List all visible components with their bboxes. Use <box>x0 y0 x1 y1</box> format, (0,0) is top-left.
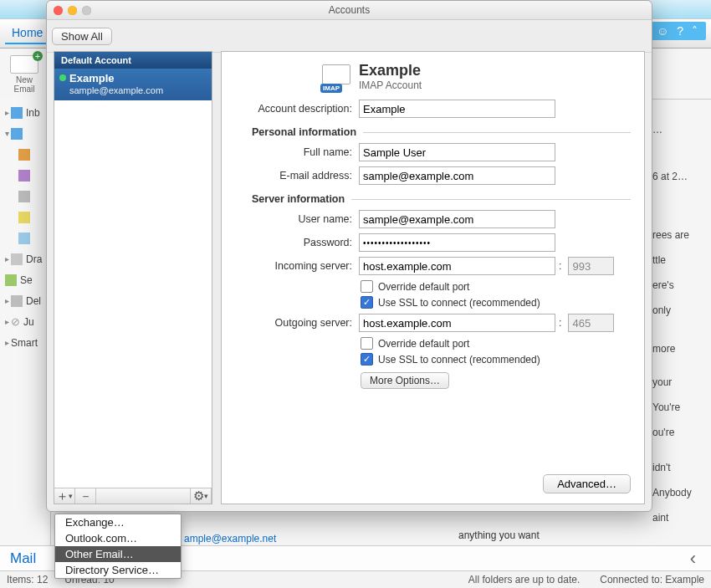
incoming-ssl-checkbox[interactable] <box>361 296 373 309</box>
personal-section-label: Personal information <box>252 126 363 138</box>
incoming-override-label: Override default port <box>378 281 469 293</box>
status-sync: All folders are up to date. <box>468 574 580 585</box>
account-options-button[interactable]: ⚙︎▾ <box>190 488 212 504</box>
nav-more-icon[interactable]: ‹ <box>690 548 696 570</box>
email-input[interactable] <box>359 166 555 185</box>
account-type-label: IMAP Account <box>359 79 422 91</box>
envelope-icon <box>10 55 38 74</box>
folder-drafts[interactable]: ▸Dra <box>0 248 50 269</box>
outgoing-ssl-checkbox[interactable] <box>361 353 373 366</box>
bg-text: You're <box>652 395 692 420</box>
bg-text: more <box>652 336 692 361</box>
help-icon[interactable]: ? <box>677 24 683 38</box>
account-item-name: Example <box>69 72 205 84</box>
status-connection: Connected to: Example <box>600 574 704 585</box>
status-dot-icon <box>59 74 66 81</box>
description-input[interactable] <box>359 100 555 118</box>
outgoing-override-checkbox[interactable] <box>361 337 373 350</box>
folder-item[interactable] <box>0 165 50 186</box>
collapse-icon[interactable]: ˄ <box>692 24 698 38</box>
folder-list: ▸Inb ▾ ▸Dra Se ▸Del ▸⊘Ju ▸Smart <box>0 99 51 551</box>
folder-group[interactable]: ▾ <box>0 123 50 144</box>
fullname-input[interactable] <box>359 143 555 161</box>
nav-mail[interactable]: Mail <box>10 550 36 567</box>
bg-email-link[interactable]: ample@example.net <box>184 533 276 545</box>
outgoing-input[interactable] <box>359 314 555 332</box>
incoming-label: Incoming server: <box>235 260 359 272</box>
incoming-port-input[interactable] <box>568 257 614 275</box>
menu-directory-service[interactable]: Directory Service… <box>55 562 181 578</box>
email-label: E-mail address: <box>235 170 359 182</box>
username-input[interactable] <box>359 210 555 228</box>
incoming-ssl-label: Use SSL to connect (recommended) <box>378 297 540 309</box>
bg-text: Anybody <box>652 480 692 505</box>
menu-outlook[interactable]: Outlook.com… <box>55 530 181 546</box>
new-email-button[interactable]: NewEmail <box>3 54 45 94</box>
menu-exchange[interactable]: Exchange… <box>55 514 181 530</box>
bg-text: idn't <box>652 455 692 480</box>
password-input[interactable] <box>359 233 555 252</box>
folder-deleted[interactable]: ▸Del <box>0 290 50 311</box>
outgoing-port-input[interactable] <box>568 314 614 332</box>
bg-text: ttle <box>652 248 692 273</box>
smiley-icon[interactable]: ☺︎ <box>657 24 668 38</box>
bg-text: rees are <box>652 222 692 248</box>
folder-item[interactable] <box>0 144 50 165</box>
outgoing-label: Outgoing server: <box>235 317 359 329</box>
bg-text: your <box>652 370 692 395</box>
more-options-button[interactable]: More Options… <box>361 372 449 389</box>
folder-item[interactable] <box>0 228 50 248</box>
outgoing-override-label: Override default port <box>378 338 469 350</box>
outgoing-ssl-label: Use SSL to connect (recommended) <box>378 354 540 366</box>
bg-text: 6 at 2… <box>652 164 692 189</box>
new-email-label: NewEmail <box>3 75 45 94</box>
description-label: Account description: <box>235 103 359 115</box>
folder-inbox[interactable]: ▸Inb <box>0 102 50 123</box>
bg-text: aint <box>652 505 692 530</box>
incoming-override-checkbox[interactable] <box>361 280 373 293</box>
password-label: Password: <box>235 237 359 248</box>
account-list: Default Account Example sample@example.c… <box>54 51 212 504</box>
account-title: Example <box>359 62 422 79</box>
tab-home[interactable]: Home <box>5 23 49 44</box>
folder-smart[interactable]: ▸Smart <box>0 332 50 353</box>
folder-junk[interactable]: ▸⊘Ju <box>0 311 50 332</box>
folder-item[interactable] <box>0 186 50 207</box>
fullname-label: Full name: <box>235 146 359 158</box>
accounts-window: Accounts Show All Default Account Exampl… <box>46 0 652 512</box>
folder-sent[interactable]: Se <box>0 269 50 290</box>
account-item-email: sample@example.com <box>69 84 205 95</box>
folder-item[interactable] <box>0 207 50 228</box>
advanced-button[interactable]: Advanced… <box>543 474 631 493</box>
show-all-button[interactable]: Show All <box>52 28 112 45</box>
username-label: User name: <box>235 213 359 225</box>
remove-account-button[interactable]: － <box>75 488 96 504</box>
imap-account-icon: IMAP <box>322 64 350 89</box>
default-account-label: Default Account <box>54 52 212 69</box>
status-items: Items: 12 <box>7 574 48 585</box>
incoming-input[interactable] <box>359 257 555 275</box>
add-account-button[interactable]: ＋▾ <box>54 488 75 504</box>
bg-text: anything you want <box>458 529 540 541</box>
account-item-example[interactable]: Example sample@example.com <box>54 69 212 100</box>
bg-text: ere's <box>652 273 692 298</box>
account-settings-panel: IMAP Example IMAP Account Account descri… <box>221 51 645 504</box>
overflow-label: … <box>652 117 692 142</box>
server-section-label: Server information <box>252 193 351 205</box>
bg-text: only <box>652 298 692 323</box>
window-title: Accounts <box>47 4 652 16</box>
menu-other-email[interactable]: Other Email… <box>55 546 181 562</box>
bg-text: ou're <box>652 420 692 445</box>
add-account-menu: Exchange… Outlook.com… Other Email… Dire… <box>54 514 182 579</box>
